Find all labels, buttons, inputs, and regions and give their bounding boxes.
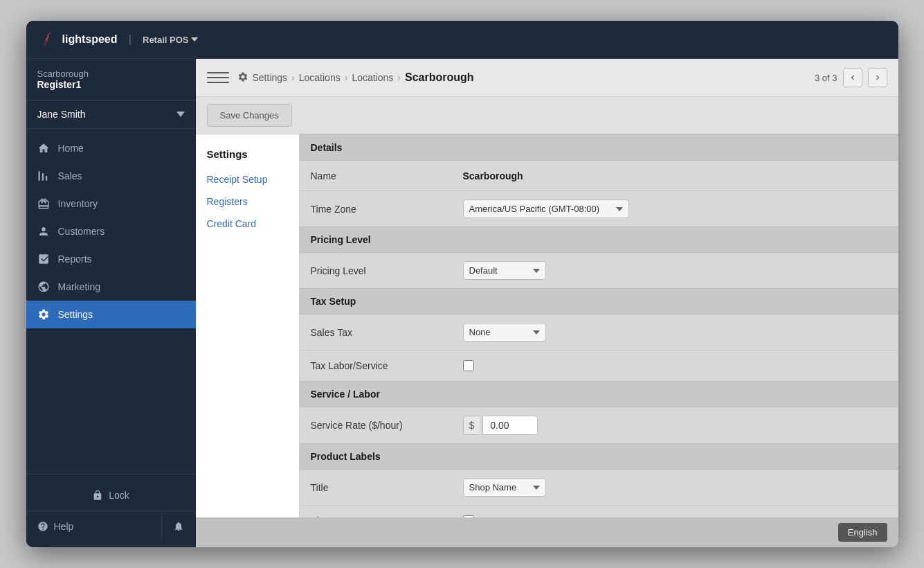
register-name: Register1 xyxy=(37,79,185,90)
customers-icon xyxy=(37,225,50,238)
sales-tax-label: Sales Tax xyxy=(311,327,463,338)
lock-icon xyxy=(92,490,103,501)
tax-setup-section: Tax Setup Sales Tax NoneStandardReduced … xyxy=(300,288,898,381)
product-labels-section: Product Labels Title Shop NameProduct Na… xyxy=(300,443,898,517)
settings-breadcrumb-icon xyxy=(237,71,248,85)
sidebar-item-label: Customers xyxy=(58,226,105,237)
tax-labor-label: Tax Labor/Service xyxy=(311,360,463,371)
language-bar: English xyxy=(196,517,898,547)
help-label: Help xyxy=(54,521,74,532)
sidebar-item-label: Inventory xyxy=(58,198,98,209)
tax-setup-body: Sales Tax NoneStandardReduced Tax Labor/… xyxy=(300,314,898,381)
timezone-row: Time Zone America/US Pacific (GMT-08:00)… xyxy=(300,191,898,227)
pricing-section: Pricing Level Pricing Level DefaultLevel… xyxy=(300,227,898,288)
sub-sidebar-title: Settings xyxy=(196,143,299,168)
sales-icon xyxy=(37,170,50,182)
brand-name: lightspeed xyxy=(62,33,118,46)
name-row: Name Scarborough xyxy=(300,161,898,191)
breadcrumb: Settings › Locations › Locations › Scarb… xyxy=(237,71,815,85)
title-field-label: Title xyxy=(311,482,463,493)
sub-nav-receipt-setup[interactable]: Receipt Setup xyxy=(196,168,299,190)
details-section: Details Name Scarborough Time Zone Ameri… xyxy=(300,134,898,227)
title-row: Title Shop NameProduct NameSKU xyxy=(300,470,898,506)
marketing-icon xyxy=(37,281,50,293)
service-rate-input-group: $ xyxy=(463,416,538,435)
service-labor-section: Service / Labor Service Rate ($/hour) $ xyxy=(300,381,898,443)
pagination-label: 3 of 3 xyxy=(815,73,837,83)
sidebar-user[interactable]: Jane Smith xyxy=(26,100,196,129)
breadcrumb-locations1: Locations xyxy=(299,72,341,83)
save-changes-button[interactable]: Save Changes xyxy=(207,104,292,127)
service-rate-field[interactable] xyxy=(482,416,538,435)
sidebar-item-home[interactable]: Home xyxy=(26,134,196,162)
pricing-section-body: Pricing Level DefaultLevel 1Level 2 xyxy=(300,253,898,288)
sidebar-item-reports[interactable]: Reports xyxy=(26,245,196,273)
lock-button[interactable]: Lock xyxy=(26,480,196,511)
tax-labor-row: Tax Labor/Service xyxy=(300,350,898,381)
product-name[interactable]: Retail POS xyxy=(143,35,198,45)
content-header: Settings › Locations › Locations › Scarb… xyxy=(196,59,898,97)
settings-panel: Details Name Scarborough Time Zone Ameri… xyxy=(300,134,898,517)
notification-button[interactable] xyxy=(161,511,196,542)
service-labor-body: Service Rate ($/hour) $ xyxy=(300,407,898,443)
sub-nav-registers[interactable]: Registers xyxy=(196,190,299,213)
user-dropdown-icon xyxy=(176,110,185,118)
service-labor-header: Service / Labor xyxy=(300,381,898,407)
sidebar-item-label: Home xyxy=(58,143,84,154)
help-icon xyxy=(37,521,48,532)
prev-page-button[interactable] xyxy=(843,68,862,87)
sidebar-item-customers[interactable]: Customers xyxy=(26,218,196,245)
pricing-level-label: Pricing Level xyxy=(311,265,463,276)
product-labels-header: Product Labels xyxy=(300,443,898,470)
help-button[interactable]: Help xyxy=(26,511,161,542)
logo-area: lightspeed | Retail POS xyxy=(37,30,199,49)
sidebar-item-label: Settings xyxy=(58,309,93,320)
notification-icon xyxy=(173,521,184,532)
chevron-right-icon xyxy=(873,73,882,82)
pagination-controls: 3 of 3 xyxy=(815,68,887,87)
sidebar-item-inventory[interactable]: Inventory xyxy=(26,190,196,218)
tax-setup-header: Tax Setup xyxy=(300,288,898,314)
sidebar-help-row: Help xyxy=(26,511,196,542)
sales-tax-select[interactable]: NoneStandardReduced xyxy=(463,323,546,341)
title-select[interactable]: Shop NameProduct NameSKU xyxy=(463,478,546,497)
breadcrumb-locations2: Locations xyxy=(352,72,393,83)
sidebar-nav: Home Sales Inventory Customers xyxy=(26,129,196,474)
content-area: Settings › Locations › Locations › Scarb… xyxy=(196,59,898,547)
top-bar: lightspeed | Retail POS xyxy=(26,21,898,59)
sidebar-item-label: Reports xyxy=(58,254,92,265)
chevron-left-icon xyxy=(848,73,858,82)
sidebar: Scarborough Register1 Jane Smith Home Sa… xyxy=(26,59,196,547)
next-page-button[interactable] xyxy=(868,68,887,87)
home-icon xyxy=(37,142,50,154)
breadcrumb-settings: Settings xyxy=(253,72,288,83)
settings-icon xyxy=(37,308,50,321)
timezone-label: Time Zone xyxy=(311,204,463,215)
service-rate-label: Service Rate ($/hour) xyxy=(311,420,463,431)
lightspeed-logo-icon xyxy=(37,30,57,49)
reports-icon xyxy=(37,253,50,265)
pricing-section-header: Pricing Level xyxy=(300,227,898,253)
sidebar-item-marketing[interactable]: Marketing xyxy=(26,273,196,301)
currency-symbol: $ xyxy=(463,416,480,435)
sidebar-item-sales[interactable]: Sales xyxy=(26,162,196,190)
tax-labor-checkbox[interactable] xyxy=(463,360,474,371)
pricing-level-row: Pricing Level DefaultLevel 1Level 2 xyxy=(300,253,898,288)
sub-sidebar: Settings Receipt Setup Registers Credit … xyxy=(196,134,300,517)
sidebar-item-label: Sales xyxy=(58,170,82,181)
timezone-select[interactable]: America/US Pacific (GMT-08:00)America/US… xyxy=(463,199,629,218)
brand-divider: | xyxy=(129,33,132,46)
show-msrp-row: Show MSRP xyxy=(300,506,898,517)
pricing-level-select[interactable]: DefaultLevel 1Level 2 xyxy=(463,261,546,280)
name-label: Name xyxy=(311,170,463,181)
main-layout: Scarborough Register1 Jane Smith Home Sa… xyxy=(26,59,898,547)
content-body: Settings Receipt Setup Registers Credit … xyxy=(196,134,898,517)
hamburger-button[interactable] xyxy=(207,66,229,89)
sales-tax-row: Sales Tax NoneStandardReduced xyxy=(300,314,898,350)
sub-nav-credit-card[interactable]: Credit Card xyxy=(196,213,299,235)
details-section-header: Details xyxy=(300,134,898,161)
language-button[interactable]: English xyxy=(838,523,887,542)
details-section-body: Name Scarborough Time Zone America/US Pa… xyxy=(300,161,898,227)
sidebar-bottom: Lock Help xyxy=(26,474,196,547)
sidebar-item-settings[interactable]: Settings xyxy=(26,301,196,328)
